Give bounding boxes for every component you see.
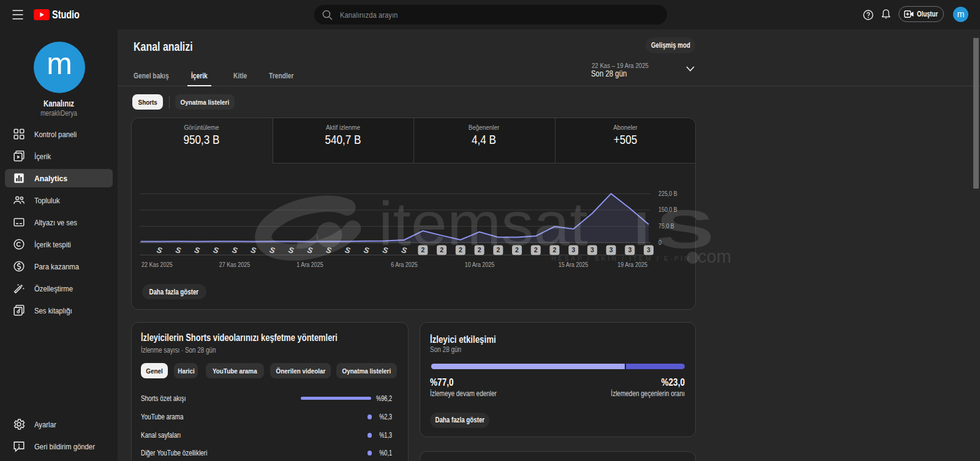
svg-text:2: 2 (496, 246, 500, 253)
svg-text:S: S (382, 245, 389, 255)
svg-text:S: S (156, 245, 163, 255)
svg-text:2: 2 (421, 246, 424, 253)
svg-text:S: S (231, 245, 238, 255)
svg-text:S: S (194, 245, 201, 255)
svg-text:3: 3 (609, 246, 613, 253)
svg-text:S: S (287, 245, 295, 255)
svg-text:2: 2 (459, 246, 462, 253)
svg-text:2: 2 (552, 246, 556, 253)
svg-text:3: 3 (571, 246, 575, 253)
svg-text:S: S (344, 245, 351, 255)
svg-text:S: S (175, 245, 182, 255)
svg-text:2: 2 (515, 246, 519, 253)
svg-text:S: S (363, 245, 370, 255)
svg-text:3: 3 (647, 246, 650, 253)
svg-text:3: 3 (590, 246, 594, 253)
svg-text:S: S (401, 245, 408, 255)
svg-text:0: 0 (658, 239, 662, 246)
svg-text:150,0 B: 150,0 B (658, 206, 677, 214)
svg-text:2: 2 (534, 246, 538, 253)
svg-text:S: S (325, 245, 333, 255)
svg-text:2: 2 (478, 246, 481, 253)
svg-text:3: 3 (628, 246, 631, 253)
svg-text:S: S (250, 245, 257, 255)
svg-text:2: 2 (440, 246, 443, 253)
svg-text:S: S (269, 245, 276, 255)
svg-text:S: S (212, 245, 219, 255)
svg-text:S: S (306, 245, 314, 255)
svg-text:225,0 B: 225,0 B (658, 190, 677, 197)
svg-text:75,0 B: 75,0 B (658, 223, 674, 230)
